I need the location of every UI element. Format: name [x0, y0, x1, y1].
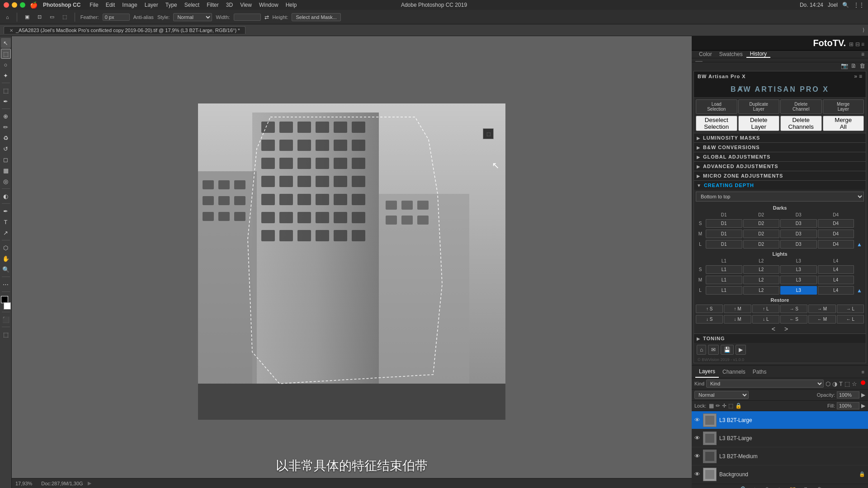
- tool-hand[interactable]: ✋: [1, 253, 11, 263]
- restore-tm[interactable]: ↑ M: [724, 305, 751, 313]
- restore-ls[interactable]: ← S: [780, 315, 807, 324]
- add-style-icon[interactable]: ✦: [752, 486, 757, 488]
- light-s-l3[interactable]: L3: [780, 265, 817, 274]
- delete-layer-btn[interactable]: DeleteLayer: [738, 116, 780, 131]
- panel-menu-icon[interactable]: ≡: [861, 51, 864, 57]
- light-s-l1[interactable]: L1: [706, 265, 742, 274]
- light-m-l3[interactable]: L3: [780, 276, 817, 284]
- light-l-l3[interactable]: L3: [780, 286, 817, 295]
- layer-visibility-icon[interactable]: 👁: [694, 417, 700, 423]
- tool-brush[interactable]: ✏: [1, 122, 11, 132]
- light-m-l4[interactable]: L4: [818, 276, 854, 284]
- light-l-l1[interactable]: L1: [706, 286, 742, 295]
- filter-shape-icon[interactable]: ⬚: [844, 380, 850, 387]
- bw-panel-header[interactable]: BW Artisan Pro X » ≡: [694, 71, 866, 81]
- layer-visibility-icon[interactable]: 👁: [694, 453, 700, 460]
- tab-layers[interactable]: Layers: [695, 366, 719, 378]
- global-adjustments-section[interactable]: ▶ GLOBAL ADJUSTMENTS: [694, 152, 866, 161]
- tool-gradient[interactable]: ▦: [1, 165, 11, 175]
- close-button[interactable]: [4, 2, 9, 8]
- create-layer-icon[interactable]: 🗎: [803, 486, 809, 488]
- blend-mode-select[interactable]: Normal Dissolve Multiply Screen Overlay: [694, 391, 749, 399]
- merge-layer-btn[interactable]: MergeLayer: [823, 99, 864, 114]
- toning-home-icon[interactable]: ⌂: [697, 345, 706, 355]
- menu-filter[interactable]: Filter: [207, 2, 219, 8]
- lock-all-icon[interactable]: 🔒: [735, 403, 742, 409]
- light-s-l4[interactable]: L4: [818, 265, 854, 274]
- dark-s-d1[interactable]: D1: [706, 219, 742, 228]
- menu-window[interactable]: Window: [259, 2, 278, 8]
- foreground-background-colors[interactable]: [1, 296, 11, 310]
- fill-input[interactable]: [837, 402, 859, 409]
- create-document-icon[interactable]: 🗎: [851, 62, 857, 69]
- dark-m-d3[interactable]: D3: [780, 230, 817, 238]
- toning-section[interactable]: ▶ TONING: [694, 333, 866, 343]
- tool-move[interactable]: ↖: [1, 38, 11, 48]
- tab-channels[interactable]: Channels: [719, 366, 749, 378]
- add-mask-icon[interactable]: ⬡: [764, 486, 769, 488]
- light-s-l2[interactable]: L2: [743, 265, 780, 274]
- tool-text[interactable]: T: [1, 217, 11, 227]
- menu-image[interactable]: Image: [122, 2, 137, 8]
- dark-l-d2[interactable]: D2: [743, 240, 780, 249]
- dark-s-d2[interactable]: D2: [743, 219, 780, 228]
- tool-dodge[interactable]: ◐: [1, 191, 11, 201]
- tool-marquee[interactable]: ⬚: [1, 49, 11, 59]
- tool-crop[interactable]: ⬚: [1, 85, 11, 95]
- tool-history-brush[interactable]: ↺: [1, 144, 11, 154]
- restore-bl[interactable]: ↓ L: [752, 315, 779, 324]
- settings-icon[interactable]: ⋮⋮: [854, 2, 864, 8]
- menu-type[interactable]: Type: [165, 2, 177, 8]
- filter-text-icon[interactable]: T: [839, 380, 843, 387]
- lock-move-icon[interactable]: ✛: [722, 403, 726, 409]
- tab-swatches[interactable]: Swatches: [716, 51, 746, 57]
- light-m-l2[interactable]: L2: [743, 276, 780, 284]
- tool-path-select[interactable]: ↗: [1, 228, 11, 238]
- tool-screen-mode[interactable]: ⬚: [1, 329, 11, 339]
- background-color[interactable]: [4, 302, 11, 310]
- filter-smart-icon[interactable]: ☆: [852, 380, 857, 387]
- merge-all-btn[interactable]: MergeAll: [823, 116, 864, 131]
- link-layers-icon[interactable]: 🔗: [738, 486, 745, 488]
- status-arrow[interactable]: ▶: [88, 480, 91, 486]
- dark-m-d1[interactable]: D1: [706, 230, 742, 238]
- restore-bm[interactable]: ↓ M: [724, 315, 751, 324]
- menu-view[interactable]: View: [240, 2, 252, 8]
- ellipse-select-btn[interactable]: ⊡: [35, 13, 44, 21]
- tool-quickmask[interactable]: ⬛: [1, 314, 11, 324]
- nav-prev-btn[interactable]: <: [772, 325, 775, 333]
- delete-channel-btn[interactable]: DeleteChannel: [780, 99, 822, 114]
- toning-email-icon[interactable]: ✉: [708, 345, 719, 355]
- bw-menu-icon[interactable]: ≡: [859, 73, 862, 80]
- tool-blur[interactable]: ◎: [1, 176, 11, 186]
- layer-item[interactable]: 👁 L3 B2T-Medium: [692, 447, 868, 465]
- luminosity-masks-section[interactable]: ▶ LUMINOSITY MASKS: [694, 133, 866, 142]
- tool-eyedropper[interactable]: ✒: [1, 96, 11, 106]
- tab-close-icon[interactable]: ✕: [9, 28, 13, 33]
- panel-collapse-icon[interactable]: ⟩: [863, 27, 864, 33]
- search-icon[interactable]: 🔍: [842, 2, 849, 8]
- tool-lasso[interactable]: ○: [1, 60, 11, 70]
- rect-select-btn[interactable]: ▣: [23, 13, 32, 21]
- lock-paint-icon[interactable]: ✏: [716, 403, 720, 409]
- restore-tl[interactable]: ↑ L: [752, 305, 779, 313]
- lights-l-arrow[interactable]: ▲: [855, 287, 864, 294]
- tab-history[interactable]: History: [746, 51, 770, 58]
- load-selection-btn[interactable]: LoadSelection: [696, 99, 737, 114]
- filter-adj-icon[interactable]: ◑: [832, 380, 837, 387]
- micro-zone-section[interactable]: ▶ MICRO ZONE ADJUSTMENTS: [694, 171, 866, 180]
- layer-item-background[interactable]: 👁 Background 🔒: [692, 465, 868, 483]
- tool-pen[interactable]: ✒: [1, 206, 11, 216]
- width-input[interactable]: [234, 14, 261, 21]
- lock-transparency-icon[interactable]: ▦: [709, 403, 714, 409]
- restore-ll[interactable]: ← L: [837, 315, 864, 324]
- bw-conversions-section[interactable]: ▶ B&W CONVERSIONS: [694, 142, 866, 152]
- tool-clone[interactable]: ♻: [1, 133, 11, 143]
- toning-save-icon[interactable]: 💾: [721, 345, 734, 355]
- tool-eraser[interactable]: ◻: [1, 155, 11, 164]
- opacity-arrow-icon[interactable]: ▶: [861, 392, 865, 398]
- tab-paths[interactable]: Paths: [749, 366, 770, 378]
- tool-magic-wand[interactable]: ✦: [1, 70, 11, 80]
- swap-icon[interactable]: ⇄: [264, 14, 269, 20]
- select-mask-button[interactable]: Select and Mask...: [292, 13, 341, 21]
